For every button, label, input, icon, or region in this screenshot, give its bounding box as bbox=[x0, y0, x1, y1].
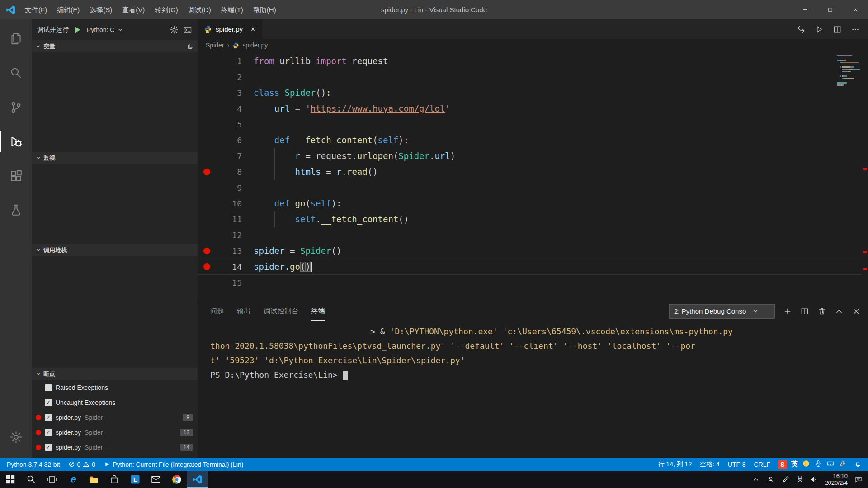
breakpoint-row[interactable]: ✓ Uncaught Exceptions bbox=[32, 395, 198, 410]
breakpoint-row[interactable]: ✓ spider.py Spider 13 bbox=[32, 425, 198, 440]
activity-settings-icon[interactable] bbox=[0, 420, 32, 454]
variables-pane[interactable] bbox=[32, 52, 198, 152]
activity-debug-icon[interactable] bbox=[0, 124, 32, 159]
code-editor[interactable]: 1from urllib import request23class Spide… bbox=[198, 52, 868, 301]
people-tray-icon[interactable] bbox=[767, 475, 775, 483]
debug-launcher-status[interactable]: Python: Current File (Integrated Termina… bbox=[99, 458, 247, 471]
ime-mic-icon[interactable] bbox=[814, 460, 822, 469]
python-interpreter-status[interactable]: Python 3.7.4 32-bit bbox=[3, 458, 64, 471]
collapse-panes-icon[interactable] bbox=[187, 43, 194, 50]
menu-item-0[interactable]: 文件(F) bbox=[20, 0, 52, 19]
tab-spider-py[interactable]: spider.py bbox=[198, 19, 262, 39]
split-editor-icon[interactable] bbox=[833, 25, 842, 34]
glyph-margin[interactable] bbox=[198, 117, 216, 132]
glyph-margin[interactable] bbox=[198, 132, 216, 148]
menu-item-2[interactable]: 选择(S) bbox=[85, 0, 117, 19]
run-file-icon[interactable] bbox=[815, 25, 824, 34]
tab-close-icon[interactable] bbox=[250, 26, 256, 32]
terminal[interactable]: > & 'D:\PYTHON\python.exe' 'c:\Users\654… bbox=[198, 321, 868, 458]
panel-tab-terminal[interactable]: 终端 bbox=[311, 301, 326, 321]
breakpoint-checkbox[interactable]: ✓ bbox=[45, 429, 52, 436]
new-terminal-icon[interactable] bbox=[783, 307, 792, 316]
section-header-call-stack[interactable]: 调用堆栈 bbox=[32, 244, 198, 256]
panel-tab-output[interactable]: 输出 bbox=[237, 301, 251, 321]
menu-item-7[interactable]: 帮助(H) bbox=[248, 0, 281, 19]
minimap[interactable] bbox=[837, 55, 860, 89]
section-header-breakpoints[interactable]: 断点 bbox=[32, 368, 198, 380]
section-header-watch[interactable]: 监视 bbox=[32, 152, 198, 164]
menu-item-6[interactable]: 终端(T) bbox=[216, 0, 248, 19]
menu-item-5[interactable]: 调试(D) bbox=[183, 0, 216, 19]
open-changes-icon[interactable] bbox=[797, 25, 806, 34]
taskbar-chrome[interactable] bbox=[166, 471, 187, 488]
glyph-margin[interactable] bbox=[198, 211, 216, 227]
section-header-variables[interactable]: 变量 bbox=[32, 40, 198, 52]
taskbar-l-tile[interactable]: L bbox=[125, 471, 146, 488]
pen-tray-icon[interactable] bbox=[782, 475, 790, 483]
taskbar-clock[interactable]: 16:10 2020/2/4 bbox=[825, 473, 848, 486]
glyph-margin[interactable] bbox=[198, 53, 216, 69]
hidden-icons-chevron[interactable] bbox=[752, 475, 760, 483]
watch-pane[interactable] bbox=[32, 164, 198, 244]
menu-item-4[interactable]: 转到(G) bbox=[150, 0, 183, 19]
breakpoint-checkbox[interactable] bbox=[45, 384, 52, 391]
breakpoint-checkbox[interactable]: ✓ bbox=[45, 414, 52, 421]
glyph-margin[interactable] bbox=[198, 180, 216, 196]
eol-status[interactable]: CRLF bbox=[750, 458, 774, 471]
taskbar-start[interactable] bbox=[0, 471, 21, 488]
more-actions-icon[interactable] bbox=[851, 25, 860, 34]
indentation-status[interactable]: 空格: 4 bbox=[696, 458, 724, 471]
maximize-panel-icon[interactable] bbox=[835, 307, 844, 316]
ime-toolbox-icon[interactable] bbox=[839, 460, 847, 469]
glyph-margin[interactable] bbox=[198, 69, 216, 85]
glyph-margin[interactable] bbox=[198, 227, 216, 243]
start-debugging-button[interactable] bbox=[73, 25, 82, 34]
glyph-margin[interactable] bbox=[198, 196, 216, 211]
ime-keyboard-icon[interactable] bbox=[826, 460, 835, 469]
call-stack-pane[interactable] bbox=[32, 256, 198, 368]
problems-status[interactable]: 0 0 bbox=[64, 458, 100, 471]
taskbar-vscode[interactable] bbox=[187, 471, 208, 488]
breakpoint-glyph[interactable] bbox=[198, 259, 216, 275]
debug-console-icon[interactable] bbox=[183, 25, 192, 34]
activity-explorer-icon[interactable] bbox=[0, 21, 32, 56]
activity-extensions-icon[interactable] bbox=[0, 159, 32, 193]
taskbar-edge[interactable]: e bbox=[62, 471, 83, 488]
debug-settings-gear-icon[interactable] bbox=[170, 25, 179, 34]
activity-source-control-icon[interactable] bbox=[0, 90, 32, 124]
glyph-margin[interactable] bbox=[198, 85, 216, 101]
activity-test-icon[interactable] bbox=[0, 193, 32, 227]
breadcrumb-folder[interactable]: Spider bbox=[206, 42, 224, 49]
ime-language-indicator[interactable]: 英 bbox=[797, 475, 803, 483]
glyph-margin[interactable] bbox=[198, 101, 216, 117]
breakpoint-checkbox[interactable]: ✓ bbox=[45, 399, 52, 406]
debug-config-dropdown[interactable]: Python: C bbox=[87, 26, 123, 33]
activity-search-icon[interactable] bbox=[0, 56, 32, 90]
notifications-bell-icon[interactable] bbox=[850, 458, 865, 471]
breakpoint-glyph[interactable] bbox=[198, 243, 216, 259]
menu-item-3[interactable]: 查看(V) bbox=[117, 0, 150, 19]
sogou-ime-icon[interactable]: S bbox=[778, 460, 787, 469]
glyph-margin[interactable] bbox=[198, 148, 216, 164]
taskbar-mail[interactable] bbox=[146, 471, 166, 488]
breakpoint-glyph[interactable] bbox=[198, 164, 216, 180]
action-center-icon[interactable] bbox=[854, 475, 863, 483]
glyph-margin[interactable] bbox=[198, 275, 216, 291]
kill-terminal-icon[interactable] bbox=[817, 307, 826, 316]
breakpoint-checkbox[interactable]: ✓ bbox=[45, 444, 52, 451]
taskbar-file-explorer[interactable] bbox=[83, 471, 104, 488]
cursor-position-status[interactable]: 行 14, 列 12 bbox=[654, 458, 696, 471]
minimize-button[interactable] bbox=[792, 0, 817, 19]
close-panel-icon[interactable] bbox=[852, 307, 861, 316]
menu-item-1[interactable]: 编辑(E) bbox=[52, 0, 85, 19]
ime-emoji-icon[interactable] bbox=[802, 460, 810, 469]
taskbar-store[interactable] bbox=[104, 471, 125, 488]
close-button[interactable] bbox=[843, 0, 868, 19]
taskbar-task-view[interactable] bbox=[42, 471, 62, 488]
encoding-status[interactable]: UTF-8 bbox=[724, 458, 750, 471]
taskbar-search[interactable] bbox=[21, 471, 42, 488]
breakpoint-row[interactable]: ✓ spider.py Spider 8 bbox=[32, 410, 198, 425]
volume-icon[interactable] bbox=[810, 475, 818, 483]
terminal-select[interactable]: 2: Python Debug Conso bbox=[669, 304, 775, 319]
split-terminal-icon[interactable] bbox=[800, 307, 809, 316]
